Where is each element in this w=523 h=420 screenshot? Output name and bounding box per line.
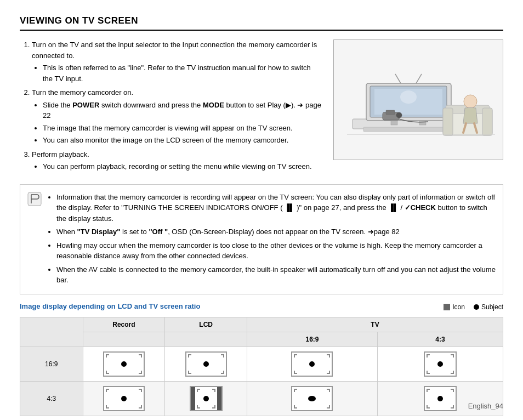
corner-tl bbox=[106, 354, 109, 357]
corner-bl bbox=[427, 371, 430, 374]
screen-lcd-43 bbox=[190, 386, 223, 411]
corner-tl bbox=[188, 354, 191, 357]
screen-tv-169-43 bbox=[291, 386, 333, 411]
corner-tl bbox=[294, 354, 297, 357]
section-subtitle: Image display depending on LCD and TV sc… bbox=[20, 302, 200, 310]
corner-br bbox=[139, 371, 142, 374]
svg-line-8 bbox=[395, 74, 401, 83]
cell-record-43 bbox=[83, 381, 165, 416]
table-header-tv-43: 4:3 bbox=[377, 332, 503, 347]
cell-lcd-169 bbox=[165, 347, 247, 381]
legend-icon-square bbox=[444, 304, 450, 310]
legend-icon-item: Icon bbox=[444, 303, 465, 311]
subject-circle bbox=[121, 361, 127, 367]
corner-tr bbox=[451, 354, 454, 357]
svg-rect-6 bbox=[391, 121, 397, 125]
cell-record-169 bbox=[83, 347, 165, 381]
corner-tr bbox=[327, 354, 330, 357]
table-header-row-1: Record LCD TV bbox=[20, 317, 503, 332]
table-header-record: Record bbox=[83, 317, 165, 332]
subject-oval bbox=[308, 396, 316, 401]
step-2-bullet-3: You can also monitor the image on the LC… bbox=[43, 135, 322, 146]
svg-rect-7 bbox=[419, 121, 426, 125]
corner-bl bbox=[294, 371, 297, 374]
legend-icon-label: Icon bbox=[452, 303, 465, 311]
corner-tl bbox=[294, 389, 297, 392]
table-header-lcd-empty bbox=[165, 332, 247, 347]
screen-record-169 bbox=[103, 351, 145, 377]
corner-bl bbox=[427, 405, 430, 408]
step-2-bullet-1: Slide the POWER switch downward and pres… bbox=[43, 100, 322, 121]
corner-tr bbox=[212, 389, 215, 392]
note-4: When the AV cable is connected to the me… bbox=[56, 264, 496, 286]
table-empty-header bbox=[20, 317, 83, 347]
corner-br bbox=[327, 405, 330, 408]
screen-lcd-169 bbox=[185, 351, 227, 377]
step-1-bullet-1: This is often referred to as "line". Ref… bbox=[43, 63, 322, 84]
text-column: Turn on the TV and set the input selecto… bbox=[20, 39, 322, 177]
table-header-lcd: LCD bbox=[165, 317, 247, 332]
corner-bl bbox=[106, 371, 109, 374]
legend-subject-label: Subject bbox=[481, 303, 503, 311]
corner-tl bbox=[427, 389, 430, 392]
table-header-tv-169: 16:9 bbox=[247, 332, 378, 347]
step-3-bullet-1: You can perform playback, recording or s… bbox=[43, 161, 322, 172]
screen-tv-169-169 bbox=[291, 351, 333, 377]
legend-row: Icon Subject bbox=[444, 303, 503, 311]
corner-br bbox=[451, 371, 454, 374]
legend-subject-circle bbox=[474, 304, 479, 310]
corner-br bbox=[139, 405, 142, 408]
subject-circle bbox=[437, 396, 443, 401]
row-header-43: 4:3 bbox=[20, 381, 83, 416]
screen-tv-43-169 bbox=[424, 351, 457, 377]
table-header-tv: TV bbox=[247, 317, 503, 332]
svg-point-12 bbox=[396, 112, 402, 118]
cell-tv-43-43 bbox=[377, 381, 503, 416]
main-content: Turn on the TV and set the input selecto… bbox=[20, 39, 503, 177]
step-3: Perform playback. You can perform playba… bbox=[32, 149, 322, 172]
svg-rect-16 bbox=[482, 108, 492, 135]
corner-tr bbox=[451, 389, 454, 392]
page-title: VIEWING ON TV SCREEN bbox=[20, 15, 503, 31]
step-1: Turn on the TV and set the input selecto… bbox=[32, 39, 322, 84]
corner-br bbox=[212, 405, 215, 408]
corner-bl bbox=[106, 405, 109, 408]
cell-tv-43-169 bbox=[377, 347, 503, 381]
subject-circle bbox=[203, 361, 209, 367]
corner-bl bbox=[188, 371, 191, 374]
pillarbox-right bbox=[217, 387, 221, 410]
subject-circle bbox=[309, 361, 315, 367]
note-content: Information that the memory camcorder is… bbox=[48, 190, 496, 288]
note-2: When "TV Display" is set to "Off ", OSD … bbox=[56, 226, 496, 237]
legend-subject-item: Subject bbox=[474, 303, 503, 311]
notes-section: Information that the memory camcorder is… bbox=[20, 184, 503, 294]
corner-tl bbox=[106, 389, 109, 392]
pillarbox-left bbox=[191, 387, 195, 410]
corner-bl bbox=[197, 405, 200, 408]
cell-tv-169-169 bbox=[247, 347, 378, 381]
steps-list: Turn on the TV and set the input selecto… bbox=[20, 39, 322, 172]
note-icon bbox=[27, 191, 42, 207]
screen-tv-43-43 bbox=[424, 386, 457, 411]
corner-br bbox=[451, 405, 454, 408]
svg-point-17 bbox=[464, 95, 477, 108]
table-header-record-empty bbox=[83, 332, 165, 347]
display-table: Record LCD TV 16:9 4:3 16:9 bbox=[20, 317, 503, 416]
corner-tr bbox=[221, 354, 224, 357]
corner-bl bbox=[294, 405, 297, 408]
step-2-text: Turn the memory camcorder on. bbox=[32, 88, 133, 97]
tv-watching-illustration bbox=[336, 42, 501, 157]
svg-point-5 bbox=[400, 90, 417, 104]
corner-tr bbox=[139, 354, 142, 357]
note-1: Information that the memory camcorder is… bbox=[56, 192, 496, 224]
svg-rect-11 bbox=[386, 110, 395, 115]
note-3: Howling may occur when the memory camcor… bbox=[56, 240, 496, 262]
corner-tl bbox=[427, 354, 430, 357]
cell-lcd-43 bbox=[165, 381, 247, 416]
table-row-43: 4:3 bbox=[20, 381, 503, 416]
step-2-bullet-2: The image that the memory camcorder is v… bbox=[43, 123, 322, 134]
step-3-text: Perform playback. bbox=[32, 150, 89, 158]
svg-rect-15 bbox=[443, 108, 453, 135]
corner-tr bbox=[139, 389, 142, 392]
corner-tr bbox=[327, 389, 330, 392]
